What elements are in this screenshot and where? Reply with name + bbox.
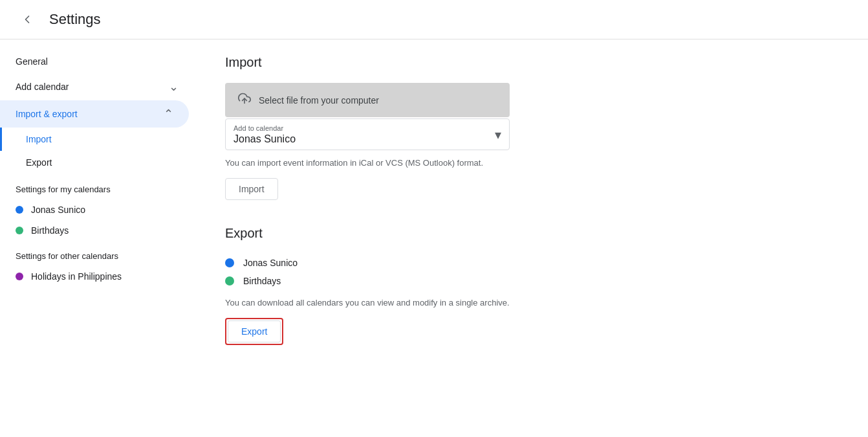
upload-icon (238, 92, 251, 108)
export-section: Export Jonas Sunico Birthdays You can do… (225, 226, 745, 345)
export-birthdays-label: Birthdays (243, 276, 281, 286)
page-title: Settings (49, 11, 101, 28)
sidebar-jonas-label: Jonas Sunico (31, 205, 85, 215)
sidebar-holidays-label: Holidays in Philippines (31, 271, 122, 282)
sidebar-item-add-calendar[interactable]: Add calendar ⌄ (0, 73, 194, 100)
jonas-dot (16, 206, 23, 214)
import-button[interactable]: Import (225, 178, 278, 200)
birthdays-dot (16, 227, 23, 234)
sidebar-item-birthdays[interactable]: Birthdays (0, 220, 194, 241)
export-title: Export (225, 226, 745, 241)
sidebar-import-export-label: Import & export (16, 109, 78, 119)
header: Settings (0, 0, 868, 39)
back-button[interactable] (16, 8, 39, 31)
holidays-dot (16, 273, 23, 280)
main-layout: General Add calendar ⌄ Import & export ⌃… (0, 39, 868, 437)
settings-my-calendars-heading: Settings for my calendars (0, 174, 194, 199)
sidebar-birthdays-label: Birthdays (31, 225, 69, 236)
import-section: Import Select file from your computer Ad… (225, 55, 745, 200)
export-jonas-label: Jonas Sunico (243, 258, 298, 268)
add-to-calendar-select[interactable]: Jonas Sunico (233, 133, 501, 144)
content-area: Import Select file from your computer Ad… (194, 39, 776, 437)
add-to-calendar-wrapper: Add to calendar Jonas Sunico ▾ (225, 118, 510, 150)
export-button-wrapper: Export (225, 318, 283, 345)
export-calendar-birthdays: Birthdays (225, 272, 745, 290)
sidebar-add-calendar-label: Add calendar (16, 82, 69, 92)
import-title: Import (225, 55, 745, 70)
import-info-text: You can import event information in iCal… (225, 158, 745, 168)
sidebar-item-import-export[interactable]: Import & export ⌃ (0, 100, 189, 128)
sidebar-item-holidays[interactable]: Holidays in Philippines (0, 266, 194, 287)
export-birthdays-dot (225, 276, 234, 286)
sidebar-item-jonas[interactable]: Jonas Sunico (0, 199, 194, 220)
chevron-up-icon: ⌃ (164, 107, 173, 121)
export-button[interactable]: Export (228, 320, 281, 342)
select-file-button[interactable]: Select file from your computer (225, 83, 510, 117)
select-file-label: Select file from your computer (259, 95, 379, 106)
sidebar-sub-item-export[interactable]: Export (0, 151, 194, 174)
sidebar-export-label: Export (26, 157, 52, 168)
page-wrapper: Settings General Add calendar ⌄ Import &… (0, 0, 868, 437)
export-info-text: You can download all calendars you can v… (225, 298, 745, 308)
sidebar-import-label: Import (26, 134, 52, 144)
sidebar-general-label: General (16, 56, 48, 67)
export-calendar-jonas: Jonas Sunico (225, 254, 745, 272)
chevron-down-icon: ⌄ (169, 80, 179, 94)
export-jonas-dot (225, 258, 234, 267)
sidebar-item-general[interactable]: General (0, 50, 194, 73)
add-to-calendar-label: Add to calendar (233, 124, 501, 132)
settings-other-calendars-heading: Settings for other calendars (0, 241, 194, 266)
dropdown-arrow-icon: ▾ (495, 127, 501, 142)
sidebar: General Add calendar ⌄ Import & export ⌃… (0, 39, 194, 437)
sidebar-sub-item-import[interactable]: Import (0, 128, 194, 151)
